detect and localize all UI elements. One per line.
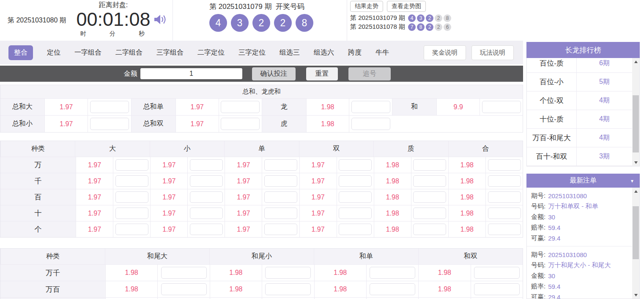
mini-ball: 2 — [435, 14, 442, 22]
bet-amount-input[interactable] — [488, 224, 521, 235]
bet-amount-input[interactable] — [190, 208, 223, 219]
bet-amount-input[interactable] — [190, 159, 223, 171]
tab[interactable]: 定位 — [47, 48, 60, 57]
bet-cell-group: 1.97 — [299, 189, 374, 205]
scroll-down-arrow[interactable] — [632, 159, 639, 166]
bet-amount-input[interactable] — [115, 175, 148, 187]
bet-cell-group: 1.97 — [150, 173, 225, 189]
bet-amount-input[interactable] — [90, 101, 129, 113]
bet-amount-input[interactable] — [488, 208, 521, 219]
bet-amount-input[interactable] — [115, 159, 148, 171]
bet-amount-input[interactable] — [474, 267, 520, 279]
order-field-label: 号码: — [531, 261, 545, 269]
trend-button[interactable]: 结果走势 — [350, 1, 383, 12]
history-balls: 43228 — [407, 14, 451, 22]
bet-cell-group: 1.98 — [314, 265, 419, 281]
table-header-cell: 双 — [299, 141, 373, 157]
bet-amount-input[interactable] — [370, 283, 415, 295]
bet-cell-group: 1.98 — [314, 281, 419, 297]
bet-amount-input[interactable] — [482, 101, 521, 113]
odds-value: 1.97 — [76, 189, 113, 205]
bet-amount-input[interactable] — [413, 175, 446, 187]
main-column: 第 20251031080 期 距离封盘: 00:01:08 时分秒 — [0, 0, 523, 299]
history-row: 第 20251031078 期 78226 — [350, 22, 523, 31]
tab[interactable]: 组选六 — [314, 48, 334, 57]
bet-amount-input[interactable] — [413, 224, 446, 235]
tab[interactable]: 跨度 — [348, 48, 362, 57]
bet-amount-input[interactable] — [265, 283, 311, 295]
speaker-icon[interactable] — [153, 14, 167, 27]
bet-amount-input[interactable] — [265, 267, 311, 279]
bet-amount-input[interactable] — [161, 267, 207, 279]
bet-amount-input[interactable] — [351, 118, 390, 130]
odds-value: 1.98 — [449, 173, 486, 189]
bet-amount-input[interactable] — [339, 175, 372, 187]
bet-amount-input[interactable] — [264, 175, 297, 187]
bet-amount-input[interactable] — [488, 191, 521, 203]
bet-amount-input[interactable] — [264, 208, 297, 219]
bet-amount-input[interactable] — [488, 159, 521, 171]
order-field-label: 期号: — [531, 251, 545, 259]
bet-amount-input[interactable] — [474, 283, 520, 295]
bet-amount-input[interactable] — [370, 267, 415, 279]
bet-input-cell — [262, 157, 299, 173]
bet-amount-input[interactable] — [115, 224, 148, 235]
order-field-value: 20251031080 — [548, 251, 587, 258]
bet-amount-input[interactable] — [221, 101, 260, 113]
bet-amount-input[interactable] — [221, 118, 260, 130]
time-unit-label: 分 — [110, 30, 115, 38]
scroll-down-arrow[interactable] — [632, 291, 639, 299]
bet-amount-input[interactable] — [264, 191, 297, 203]
row-label: 万百 — [0, 281, 105, 297]
bet-amount-input[interactable] — [413, 159, 446, 171]
tab[interactable]: 二字组合 — [115, 48, 143, 57]
bet-amount-input[interactable] — [339, 208, 372, 219]
chase-number-button[interactable]: 追号 — [348, 67, 391, 80]
trend-button[interactable]: 查看走势图 — [387, 1, 426, 12]
bet-amount-input[interactable] — [488, 175, 521, 187]
bet-amount-input[interactable] — [90, 118, 129, 130]
dragon-rank-item: 万百-和尾大 4期 — [527, 129, 632, 147]
bet-amount-input[interactable] — [190, 175, 223, 187]
info-button[interactable]: 玩法说明 — [471, 45, 514, 60]
info-button[interactable]: 奖金说明 — [424, 45, 466, 60]
tab[interactable]: 整合 — [8, 45, 33, 60]
bet-amount-input[interactable] — [413, 208, 446, 219]
tab[interactable]: 组选三 — [280, 48, 300, 57]
tab[interactable]: 牛牛 — [375, 48, 389, 57]
bet-amount-input[interactable] — [115, 191, 148, 203]
scroll-up-arrow[interactable] — [632, 188, 639, 195]
bet-amount-input[interactable] — [339, 159, 372, 171]
bet-amount-input[interactable] — [190, 224, 223, 235]
scroll-thumb[interactable] — [633, 206, 639, 259]
odds-value: 9.9 — [437, 99, 480, 115]
info-buttons: 奖金说明玩法说明 — [424, 45, 514, 60]
bet-amount-input[interactable] — [339, 191, 372, 203]
scroll-up-arrow[interactable] — [632, 58, 639, 65]
bet-amount-input[interactable] — [351, 101, 390, 113]
tab[interactable]: 三字组合 — [156, 48, 184, 57]
bet-amount-input[interactable] — [264, 159, 297, 171]
bet-input-cell — [486, 221, 523, 237]
bet-amount-input[interactable] — [413, 191, 446, 203]
countdown-section: 第 20251031080 期 距离封盘: 00:01:08 时分秒 — [0, 0, 173, 41]
bet-input-cell — [411, 189, 448, 205]
tab[interactable]: 一字组合 — [74, 48, 101, 57]
odds-value: 1.98 — [374, 189, 411, 205]
scroll-thumb[interactable] — [633, 95, 639, 152]
reset-button[interactable]: 重置 — [306, 67, 338, 80]
amount-label: 金额 — [124, 69, 137, 78]
amount-input[interactable] — [140, 68, 242, 79]
scrollbar[interactable] — [632, 58, 639, 166]
collapse-caret-icon[interactable]: ▼ — [630, 178, 634, 183]
tab[interactable]: 二字定位 — [197, 48, 225, 57]
bet-amount-input[interactable] — [264, 224, 297, 235]
bet-amount-input[interactable] — [190, 191, 223, 203]
tab[interactable]: 三字定位 — [238, 48, 266, 57]
bet-amount-input[interactable] — [161, 283, 207, 295]
scrollbar[interactable] — [632, 188, 639, 299]
tab-list: 整合定位一字组合二字组合三字组合二字定位三字定位组选三组选六跨度牛牛 — [8, 45, 389, 60]
confirm-bet-button[interactable]: 确认投注 — [252, 67, 296, 80]
bet-amount-input[interactable] — [115, 208, 148, 219]
bet-amount-input[interactable] — [339, 224, 372, 235]
